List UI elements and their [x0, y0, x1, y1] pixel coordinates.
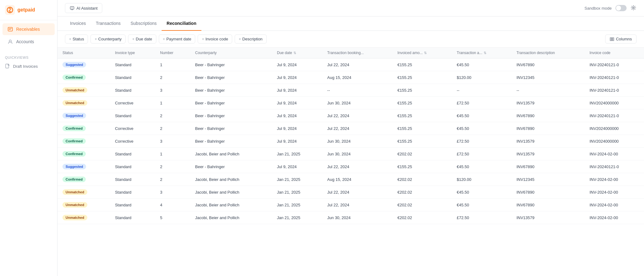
ai-assistant-button[interactable]: AI Assistant [65, 3, 102, 13]
cell-invoice-type: Standard [110, 173, 155, 186]
cell-transaction-description: INV12345 [512, 173, 585, 186]
cell-transaction-description: INV67890 [512, 109, 585, 122]
cell-invoiced-amount: €155.25 [393, 135, 452, 148]
ai-assistant-label: AI Assistant [76, 6, 98, 11]
cell-transaction-booking: Aug 15, 2024 [322, 173, 393, 186]
sidebar-nav: Receivables Accounts [0, 20, 57, 51]
cell-invoice-code: INV-20240121-0 [585, 71, 644, 84]
status-badge: Suggested [62, 113, 86, 118]
table-row[interactable]: Confirmed Standard 1 Jacobi, Beier and P… [58, 148, 644, 160]
cell-invoice-type: Corrective [110, 97, 155, 109]
sidebar-item-receivables[interactable]: Receivables [2, 23, 55, 35]
topbar-right: Sandbox mode [585, 5, 637, 12]
col-counterparty: Counterparty [190, 48, 272, 58]
accounts-icon [7, 39, 13, 44]
sidebar-quickview-draft-invoices[interactable]: Draft Invoices [0, 61, 57, 71]
svg-rect-16 [613, 38, 614, 41]
cell-invoice-code: INV-20240121-0 [585, 58, 644, 71]
cell-transaction-amount: €45.50 [452, 58, 512, 71]
filter-counterparty-button[interactable]: + Counterparty [90, 34, 126, 44]
filter-invoice-code-button[interactable]: + Invoice code [198, 34, 232, 44]
cell-status: Confirmed [58, 71, 110, 84]
table-row[interactable]: Confirmed Corrective 2 Beer - Bahringer … [58, 122, 644, 135]
columns-button[interactable]: Columns [605, 34, 637, 44]
col-number: Number [155, 48, 190, 58]
filter-payment-date-button[interactable]: + Payment date [159, 34, 196, 44]
col-transaction-amount[interactable]: Transaction a...⇅ [452, 48, 512, 58]
table-row[interactable]: Unmatched Standard 3 Jacobi, Beier and P… [58, 186, 644, 199]
cell-transaction-description: INV67890 [512, 186, 585, 199]
table-row[interactable]: Unmatched Standard 3 Beer - Bahringer Ju… [58, 84, 644, 97]
ai-assistant-icon [70, 6, 75, 11]
table-row[interactable]: Suggested Standard 2 Beer - Bahringer Ju… [58, 160, 644, 173]
cell-transaction-description: INV67890 [512, 58, 585, 71]
cell-status: Unmatched [58, 186, 110, 199]
svg-point-12 [73, 8, 73, 8]
logo-text: getpaid [17, 7, 35, 13]
table-row[interactable]: Unmatched Standard 4 Jacobi, Beier and P… [58, 199, 644, 211]
svg-point-10 [71, 8, 72, 8]
filter-group: + Status + Counterparty + Due date + Pay… [65, 34, 267, 44]
cell-invoice-code: INV-20240121-0 [585, 84, 644, 97]
table-row[interactable]: Confirmed Corrective 3 Beer - Bahringer … [58, 135, 644, 148]
table-container[interactable]: Status Invoice type Number Counterparty … [58, 48, 644, 276]
quickviews-label: Quickviews [0, 51, 57, 61]
cell-counterparty: Beer - Bahringer [190, 109, 272, 122]
cell-invoice-code: INV2024000000 [585, 135, 644, 148]
main-content: AI Assistant Sandbox mode Invoices Trans… [58, 0, 644, 276]
cell-number: 3 [155, 135, 190, 148]
cell-counterparty: Beer - Bahringer [190, 84, 272, 97]
cell-invoice-type: Standard [110, 71, 155, 84]
col-due-date[interactable]: Due date⇅ [272, 48, 322, 58]
reconciliation-table: Status Invoice type Number Counterparty … [58, 48, 644, 224]
table-row[interactable]: Confirmed Standard 2 Jacobi, Beier and P… [58, 173, 644, 186]
svg-point-13 [633, 7, 634, 8]
cell-invoice-code: INV2024000000 [585, 97, 644, 109]
cell-number: 5 [155, 211, 190, 224]
cell-counterparty: Beer - Bahringer [190, 71, 272, 84]
cell-transaction-description: INV67890 [512, 122, 585, 135]
cell-number: 1 [155, 58, 190, 71]
cell-transaction-amount: $120.00 [452, 173, 512, 186]
settings-icon[interactable] [630, 5, 637, 12]
cell-status: Suggested [58, 58, 110, 71]
cell-invoice-code: INV-2024-02-00 [585, 148, 644, 160]
cell-status: Suggested [58, 160, 110, 173]
table-row[interactable]: Unmatched Standard 5 Jacobi, Beier and P… [58, 211, 644, 224]
sidebar-item-accounts[interactable]: Accounts [2, 36, 55, 48]
cell-transaction-amount: €45.50 [452, 109, 512, 122]
getpaid-logo-icon [5, 5, 15, 15]
sandbox-toggle[interactable] [615, 5, 627, 11]
cell-transaction-booking: Aug 15, 2024 [322, 71, 393, 84]
table-row[interactable]: Confirmed Standard 2 Beer - Bahringer Ju… [58, 71, 644, 84]
filter-due-date-button[interactable]: + Due date [128, 34, 156, 44]
cell-invoice-code: INV-2024-02-00 [585, 211, 644, 224]
invoiced-amount-sort-icon: ⇅ [424, 51, 427, 55]
cell-due-date: Jan 21, 2025 [272, 148, 322, 160]
cell-invoiced-amount: €155.25 [393, 97, 452, 109]
cell-number: 4 [155, 199, 190, 211]
filter-description-button[interactable]: + Description [235, 34, 267, 44]
tab-reconciliation[interactable]: Reconciliation [162, 16, 201, 31]
cell-due-date: Jan 21, 2025 [272, 211, 322, 224]
cell-due-date: Jul 9, 2024 [272, 84, 322, 97]
filter-status-button[interactable]: + Status [65, 34, 88, 44]
tab-invoices[interactable]: Invoices [65, 16, 91, 31]
cell-status: Unmatched [58, 84, 110, 97]
cell-invoice-type: Corrective [110, 122, 155, 135]
table-row[interactable]: Suggested Standard 2 Beer - Bahringer Ju… [58, 109, 644, 122]
col-invoice-code: Invoice code [585, 48, 644, 58]
tab-transactions[interactable]: Transactions [91, 16, 126, 31]
cell-transaction-booking: Jul 22, 2024 [322, 186, 393, 199]
table-row[interactable]: Suggested Standard 1 Beer - Bahringer Ju… [58, 58, 644, 71]
cell-transaction-description: INV13579 [512, 148, 585, 160]
tab-subscriptions[interactable]: Subscriptions [126, 16, 162, 31]
cell-invoice-code: INV-20240121-0 [585, 160, 644, 173]
cell-transaction-amount: $120.00 [452, 71, 512, 84]
col-invoiced-amount[interactable]: Invoiced amo...⇅ [393, 48, 452, 58]
cell-transaction-booking: Jun 30, 2024 [322, 211, 393, 224]
cell-transaction-description: -- [512, 84, 585, 97]
table-row[interactable]: Unmatched Corrective 1 Beer - Bahringer … [58, 97, 644, 109]
status-badge: Suggested [62, 164, 86, 169]
cell-counterparty: Jacobi, Beier and Pollich [190, 173, 272, 186]
